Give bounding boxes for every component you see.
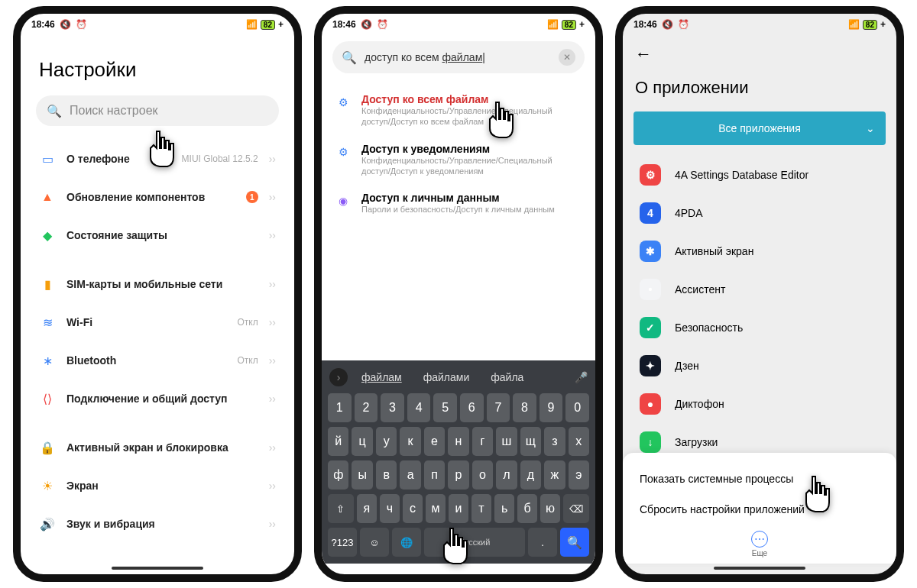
app-name: 4PDA bbox=[675, 207, 703, 219]
settings-row-lock[interactable]: 🔒Активный экран и блокировка› bbox=[24, 428, 291, 467]
key[interactable]: д bbox=[520, 460, 541, 489]
key[interactable]: т bbox=[471, 494, 491, 523]
app-row[interactable]: ✱Активный экран bbox=[623, 232, 896, 270]
menu-item-reset-prefs[interactable]: Сбросить настройки приложений bbox=[640, 494, 880, 525]
key[interactable]: ю bbox=[540, 494, 560, 523]
app-row[interactable]: ⚙4A Settings Database Editor bbox=[623, 156, 896, 194]
key[interactable]: и bbox=[449, 494, 468, 523]
search-input[interactable]: доступ ко всем файлам| bbox=[365, 51, 551, 63]
settings-row-display[interactable]: ☀Экран› bbox=[24, 467, 291, 505]
row-icon: ▲ bbox=[39, 189, 56, 205]
result-icon: ◉ bbox=[335, 193, 351, 208]
search-key[interactable]: 🔍 bbox=[560, 528, 589, 557]
suggestion-chip[interactable]: файла bbox=[483, 367, 531, 388]
result-title: Доступ ко всем файлам bbox=[361, 93, 582, 105]
key[interactable]: н bbox=[448, 427, 468, 456]
mic-icon[interactable]: 🎤 bbox=[575, 371, 588, 383]
key[interactable]: э bbox=[569, 460, 589, 489]
key[interactable]: к bbox=[400, 427, 420, 456]
app-row[interactable]: ✓Безопасность bbox=[623, 309, 896, 347]
key[interactable]: ь bbox=[494, 494, 514, 523]
settings-row-update[interactable]: ▲Обновление компонентов1› bbox=[24, 178, 291, 216]
key[interactable]: у bbox=[376, 427, 397, 456]
settings-row-about[interactable]: ▭О телефонеMIUI Global 12.5.2› bbox=[24, 140, 291, 178]
key[interactable]: ж bbox=[544, 460, 565, 489]
settings-row-share[interactable]: ⟨⟩Подключение и общий доступ› bbox=[24, 380, 291, 418]
key[interactable]: 6 bbox=[460, 393, 484, 422]
key[interactable]: л bbox=[496, 460, 517, 489]
row-trail: Откл bbox=[237, 317, 258, 328]
key[interactable]: о bbox=[472, 460, 493, 489]
emoji-key[interactable]: ☺ bbox=[360, 528, 389, 557]
backspace-key[interactable]: ⌫ bbox=[563, 494, 589, 523]
key[interactable]: 5 bbox=[433, 393, 457, 422]
key[interactable]: 0 bbox=[565, 393, 589, 422]
keyboard[interactable]: › файлам файлами файла 🎤 1234567890йцуке… bbox=[322, 360, 595, 564]
row-icon: 🔒 bbox=[39, 439, 56, 456]
space-key[interactable]: Русский bbox=[424, 528, 526, 557]
key[interactable]: ф bbox=[328, 460, 348, 489]
key[interactable]: х bbox=[569, 427, 589, 456]
key[interactable]: 8 bbox=[513, 393, 536, 422]
expand-icon[interactable]: › bbox=[329, 368, 348, 386]
key[interactable]: а bbox=[400, 460, 420, 489]
key[interactable]: м bbox=[426, 494, 446, 523]
app-icon: ⚙ bbox=[640, 164, 661, 186]
clear-button[interactable]: ✕ bbox=[559, 49, 575, 66]
search-result[interactable]: ⚙Доступ ко всем файламКонфиденциальность… bbox=[335, 86, 582, 135]
key[interactable]: з bbox=[544, 427, 565, 456]
key[interactable]: с bbox=[403, 494, 423, 523]
settings-row-sound[interactable]: 🔊Звук и вибрация› bbox=[24, 505, 291, 543]
app-row[interactable]: ●Диктофон bbox=[623, 385, 896, 423]
key[interactable]: р bbox=[448, 460, 468, 489]
status-bar: 18:46 🔇 ⏰ 📶 82 + bbox=[623, 14, 896, 35]
key[interactable]: б bbox=[517, 494, 537, 523]
settings-row-sim[interactable]: ▮SIM-карты и мобильные сети› bbox=[24, 265, 291, 303]
search-icon: 🔍 bbox=[342, 50, 357, 65]
key[interactable]: 1 bbox=[328, 393, 352, 422]
search-result[interactable]: ⚙Доступ к уведомлениямКонфиденциальность… bbox=[335, 135, 582, 185]
app-name: Дзен bbox=[675, 360, 699, 372]
key[interactable]: 3 bbox=[381, 393, 404, 422]
signal-icon: 📶 bbox=[848, 19, 860, 30]
key[interactable]: в bbox=[376, 460, 397, 489]
row-label: Обновление компонентов bbox=[66, 191, 235, 203]
search-result[interactable]: ◉Доступ к личным даннымПароли и безопасн… bbox=[335, 184, 582, 222]
charging-icon: + bbox=[579, 19, 585, 30]
search-box[interactable]: 🔍 Поиск настроек bbox=[36, 95, 279, 126]
settings-row-bt[interactable]: ∗BluetoothОткл› bbox=[24, 341, 291, 380]
settings-row-security[interactable]: ◆Состояние защиты› bbox=[24, 216, 291, 254]
app-icon: ↓ bbox=[640, 431, 661, 453]
key[interactable]: й bbox=[328, 427, 348, 456]
menu-item-show-system[interactable]: Показать системные процессы bbox=[640, 464, 880, 494]
key[interactable]: 9 bbox=[540, 393, 563, 422]
suggestion-chip[interactable]: файлам bbox=[354, 367, 410, 388]
app-row[interactable]: •Ассистент bbox=[623, 270, 896, 309]
suggestion-chip[interactable]: файлами bbox=[416, 367, 478, 388]
key[interactable]: я bbox=[357, 494, 377, 523]
back-button[interactable]: ← bbox=[635, 41, 884, 72]
period-key[interactable]: . bbox=[528, 528, 557, 557]
key[interactable]: ш bbox=[496, 427, 517, 456]
app-row[interactable]: ✦Дзен bbox=[623, 347, 896, 385]
app-row[interactable]: 44PDA bbox=[623, 194, 896, 232]
key[interactable]: г bbox=[472, 427, 493, 456]
key[interactable]: 2 bbox=[355, 393, 378, 422]
key[interactable]: 4 bbox=[407, 393, 431, 422]
apps-filter-dropdown[interactable]: Все приложения ⌄ bbox=[633, 111, 886, 145]
key[interactable]: щ bbox=[520, 427, 541, 456]
language-key[interactable]: 🌐 bbox=[392, 528, 421, 557]
more-button[interactable]: ⋯ Еще bbox=[640, 525, 880, 557]
shift-key[interactable]: ⇧ bbox=[328, 494, 354, 523]
result-subtitle: Конфиденциальность/Управление/Специальны… bbox=[361, 105, 582, 128]
key[interactable]: 7 bbox=[487, 393, 510, 422]
key[interactable]: ч bbox=[380, 494, 400, 523]
settings-row-wifi[interactable]: ≋Wi-FiОткл› bbox=[24, 303, 291, 341]
symbols-key[interactable]: ?123 bbox=[328, 528, 357, 557]
nav-gesture-bar bbox=[714, 567, 805, 570]
key[interactable]: е bbox=[424, 427, 445, 456]
key[interactable]: п bbox=[424, 460, 445, 489]
key[interactable]: ц bbox=[352, 427, 372, 456]
search-box[interactable]: 🔍 доступ ко всем файлам| ✕ bbox=[332, 41, 585, 73]
key[interactable]: ы bbox=[352, 460, 372, 489]
